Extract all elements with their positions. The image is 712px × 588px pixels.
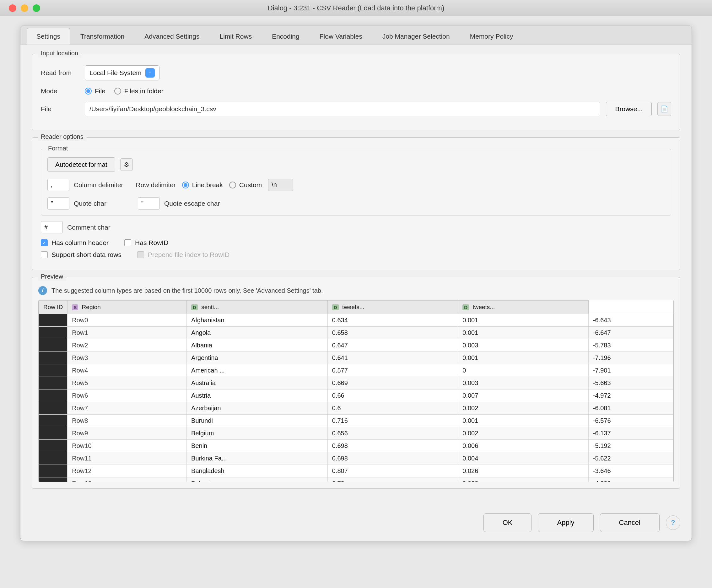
region-cell: Bangladesh [187, 465, 328, 478]
row-id-cell: Row6 [67, 390, 187, 402]
senti-cell: 0.634 [327, 314, 458, 327]
support-short-rows-option[interactable]: Support short data rows [41, 251, 122, 258]
row-id-cell: Row11 [67, 452, 187, 465]
row-id-cell: Row10 [67, 440, 187, 452]
read-from-row: Read from Local File System ↕ [41, 65, 671, 80]
quote-char-label: Quote char [74, 200, 106, 207]
tweets2-cell: -4.972 [588, 390, 673, 402]
tweets1-cell: 0 [458, 364, 589, 377]
preview-legend: Preview [38, 272, 66, 281]
mode-label: Mode [41, 87, 79, 95]
tweets1-cell: 0.001 [458, 352, 589, 364]
apply-button[interactable]: Apply [538, 513, 593, 532]
row-id-cell: Row4 [67, 364, 187, 377]
row-id-cell: Row8 [67, 415, 187, 427]
tab-settings[interactable]: Settings [27, 28, 70, 45]
file-path-input[interactable] [85, 102, 600, 116]
quote-char-input[interactable] [47, 197, 69, 210]
maximize-button[interactable] [33, 4, 40, 12]
line-break-radio[interactable] [182, 182, 189, 188]
row-id-cell: Row1 [67, 327, 187, 339]
tweets1-cell: 0.006 [458, 440, 589, 452]
custom-label: Custom [239, 181, 262, 189]
has-column-header-checkbox[interactable]: ✓ [41, 239, 48, 246]
mode-radio-group: File Files in folder [85, 87, 164, 95]
custom-option[interactable]: Custom [229, 181, 262, 189]
region-cell: Afghanistan [187, 314, 328, 327]
minimize-button[interactable] [21, 4, 28, 12]
row-indicator [39, 364, 67, 377]
mode-file-option[interactable]: File [85, 87, 106, 95]
tweets2-cell: -6.643 [588, 314, 673, 327]
row-indicator [39, 327, 67, 339]
read-from-dropdown[interactable]: Local File System ↕ [85, 65, 159, 80]
preview-table: Row ID S Region D senti... [39, 300, 673, 482]
tab-encoding[interactable]: Encoding [262, 28, 309, 45]
col-senti-label: senti... [201, 304, 219, 310]
row-indicator [39, 427, 67, 440]
senti-cell: 0.669 [327, 377, 458, 390]
tweets1-cell: 0.001 [458, 314, 589, 327]
tweets2-cell: -5.783 [588, 339, 673, 352]
settings-content: Input location Read from Local File Syst… [20, 45, 692, 504]
row-indicator [39, 452, 67, 465]
input-location-section: Input location Read from Local File Syst… [32, 54, 680, 130]
custom-radio[interactable] [229, 182, 236, 188]
preview-table-container[interactable]: Row ID S Region D senti... [38, 300, 674, 482]
has-rowid-checkbox[interactable] [124, 239, 131, 246]
has-rowid-option[interactable]: Has RowID [124, 239, 168, 247]
row-id-cell: Row5 [67, 377, 187, 390]
quote-escape-char-label: Quote escape char [164, 200, 220, 207]
file-icon-button[interactable]: 📄 [657, 102, 671, 116]
close-button[interactable] [9, 4, 16, 12]
tab-flow-variables[interactable]: Flow Variables [310, 28, 372, 45]
read-from-value: Local File System [89, 69, 142, 77]
window-controls [9, 4, 40, 12]
cancel-button[interactable]: Cancel [600, 513, 660, 532]
col-header-rowid: Row ID [39, 300, 67, 314]
mode-files-in-folder-option[interactable]: Files in folder [114, 87, 164, 95]
comment-char-input[interactable] [41, 221, 63, 233]
senti-cell: 0.73 [327, 478, 458, 482]
senti-cell: 0.807 [327, 465, 458, 478]
tweets2-cell: -6.576 [588, 415, 673, 427]
row-indicator [39, 415, 67, 427]
dialog-title: Dialog - 3:231 - CSV Reader (Load data i… [268, 4, 445, 12]
support-short-rows-checkbox[interactable] [41, 251, 48, 258]
tweets2-cell: -6.137 [588, 427, 673, 440]
browse-button[interactable]: Browse... [606, 102, 652, 116]
has-column-header-option[interactable]: ✓ Has column header [41, 239, 109, 247]
mode-file-radio[interactable] [85, 88, 92, 94]
tab-advanced-settings[interactable]: Advanced Settings [135, 28, 209, 45]
autodetect-button[interactable]: Autodetect format [47, 158, 115, 172]
tweets2-cell: -7.901 [588, 364, 673, 377]
quote-escape-char-group: Quote escape char [138, 197, 220, 210]
tab-transformation[interactable]: Transformation [71, 28, 134, 45]
tweets1-cell: 0.007 [458, 390, 589, 402]
col-header-region: S Region [67, 300, 187, 314]
gear-icon-button[interactable]: ⚙ [120, 158, 133, 171]
ok-button[interactable]: OK [483, 513, 532, 532]
row-delimiter-label: Row delimiter [136, 181, 176, 189]
file-label: File [41, 105, 79, 113]
region-cell: Albania [187, 339, 328, 352]
mode-files-radio[interactable] [114, 88, 121, 94]
table-row: Row4 American ... 0.577 0 -7.901 [39, 364, 673, 377]
tweets1-cell: 0.001 [458, 415, 589, 427]
title-bar: Dialog - 3:231 - CSV Reader (Load data i… [0, 0, 712, 16]
row-id-cell: Row2 [67, 339, 187, 352]
table-row: Row2 Albania 0.647 0.003 -5.783 [39, 339, 673, 352]
column-delimiter-label: Column delimiter [74, 181, 123, 189]
custom-value-input[interactable] [268, 179, 293, 191]
help-button[interactable]: ? [666, 516, 680, 530]
tab-memory-policy[interactable]: Memory Policy [460, 28, 523, 45]
has-rowid-label: Has RowID [135, 239, 168, 247]
row-id-cell: Row9 [67, 427, 187, 440]
tab-job-manager-selection[interactable]: Job Manager Selection [373, 28, 459, 45]
quote-escape-char-input[interactable] [138, 197, 160, 210]
line-break-option[interactable]: Line break [182, 181, 223, 189]
column-delimiter-input[interactable] [47, 179, 69, 191]
tab-limit-rows[interactable]: Limit Rows [210, 28, 261, 45]
region-cell: Belgium [187, 427, 328, 440]
tweets2-cell: -6.647 [588, 327, 673, 339]
